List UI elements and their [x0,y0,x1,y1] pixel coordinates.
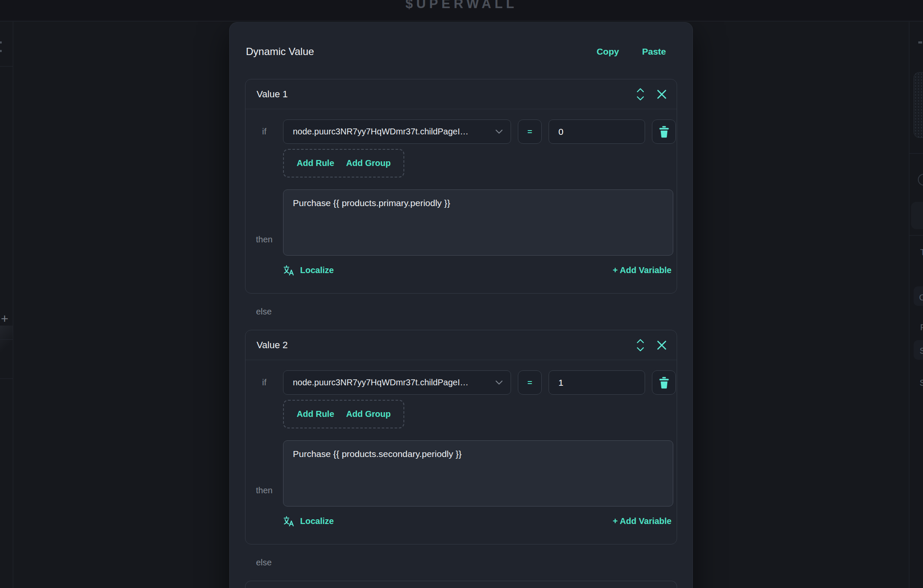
add-rule-button[interactable]: Add Rule [297,409,334,419]
delete-rule-trash-icon[interactable] [652,119,676,144]
superwall-logo: $UPERWALL [0,0,923,12]
else-label: else [245,294,283,330]
value-2-controls [636,338,667,352]
else-separator: else [245,294,677,330]
add-layer-plus-icon[interactable]: + [1,312,9,325]
else-label: else [245,544,283,581]
panel-label-fragment: S [920,346,923,356]
panel-label-fragment: C [919,292,923,303]
panel-fragment [911,202,923,229]
top-bar: $UPERWALL [0,0,923,21]
spacer [245,395,283,428]
then-value-textarea[interactable]: Purchase {{ products.secondary.periodly … [283,440,673,506]
modal-title: Dynamic Value [246,46,314,58]
delete-rule-trash-icon[interactable] [652,370,676,395]
paste-button[interactable]: Paste [642,46,666,58]
spacer [404,144,677,178]
panel-label-fragment: S [920,378,923,388]
chevron-down-icon [495,129,503,134]
condition-value-input[interactable] [549,370,645,395]
value-3-card-partial [245,581,677,588]
value-1-title: Value 1 [257,89,288,100]
add-variable-button[interactable]: + Add Variable [613,515,672,527]
localize-row: Localize + Add Variable [245,515,677,527]
operator-button[interactable]: = [518,119,542,144]
value-1-body: if node.puurc3NR7yy7HqWDmr37t.childPageI… [245,109,677,293]
localize-label: Localize [300,515,334,527]
add-rule-group-box: Add Rule Add Group [283,400,404,428]
translate-icon [283,265,295,276]
localize-row: Localize + Add Variable [245,264,677,276]
then-label: then [245,189,283,256]
then-label: then [245,440,283,506]
divider [909,153,923,154]
modal-header: Dynamic Value Copy Paste [245,23,677,58]
divider [0,378,13,379]
thumbnail-fragment [0,326,13,356]
if-label: if [245,370,283,395]
condition-row: if node.puurc3NR7yy7HqWDmr37t.childPageI… [245,119,677,144]
reorder-chevron-up-down-icon[interactable] [636,87,645,101]
close-x-icon[interactable] [656,89,667,100]
dropzone-fragment [914,72,923,138]
localize-button[interactable]: Localize [283,515,334,527]
value-1-card: Value 1 if node.puurc3NR7yy7HqWDmr37t.ch… [245,79,677,294]
value-2-card: Value 2 if node.puurc3NR7yy7HqWDmr37t.ch… [245,330,677,544]
then-row: then Purchase {{ products.secondary.peri… [245,440,677,506]
value-1-controls [636,87,667,101]
panel-text-fragment [918,41,922,44]
value-1-header: Value 1 [245,79,677,109]
value-2-body: if node.puurc3NR7yy7HqWDmr37t.childPageI… [245,360,677,544]
condition-controls: node.puurc3NR7yy7HqWDmr37t.childPageI… = [283,370,677,395]
value-2-header: Value 2 [245,330,677,360]
add-rule-group-box: Add Rule Add Group [283,149,404,178]
condition-field-select[interactable]: node.puurc3NR7yy7HqWDmr37t.childPageI… [283,119,511,144]
close-x-icon[interactable] [656,340,667,351]
chevron-down-icon [495,380,503,385]
panel-label-fragment: T [920,247,923,257]
reorder-chevron-up-down-icon[interactable] [636,338,645,352]
divider [0,339,13,340]
rail-icon-fragment [0,41,2,44]
then-value-textarea[interactable]: Purchase {{ products.primary.periodly }} [283,189,673,256]
translate-icon [283,515,295,527]
circle-control-fragment [918,174,923,186]
divider [909,235,923,236]
add-variable-button[interactable]: + Add Variable [613,264,672,276]
condition-controls: node.puurc3NR7yy7HqWDmr37t.childPageI… = [283,119,677,144]
condition-value-input[interactable] [549,119,645,144]
if-label: if [245,119,283,144]
panel-label-fragment: F [920,322,923,332]
modal-actions: Copy Paste [596,46,676,58]
copy-button[interactable]: Copy [596,46,619,58]
value-2-title: Value 2 [257,340,288,351]
condition-field-value: node.puurc3NR7yy7HqWDmr37t.childPageI… [293,127,495,137]
add-rule-row: Add Rule Add Group [245,144,677,178]
dynamic-value-modal: Dynamic Value Copy Paste Value 1 if [229,22,693,588]
condition-field-select[interactable]: node.puurc3NR7yy7HqWDmr37t.childPageI… [283,370,511,395]
condition-row: if node.puurc3NR7yy7HqWDmr37t.childPageI… [245,370,677,395]
add-rule-row: Add Rule Add Group [245,395,677,428]
add-group-button[interactable]: Add Group [346,409,391,419]
condition-field-value: node.puurc3NR7yy7HqWDmr37t.childPageI… [293,378,495,387]
left-rail: + [0,22,13,588]
operator-button[interactable]: = [518,370,542,395]
spacer [404,395,677,428]
add-group-button[interactable]: Add Group [346,158,391,168]
then-row: then Purchase {{ products.primary.period… [245,189,677,256]
add-rule-button[interactable]: Add Rule [297,158,334,168]
spacer [245,144,283,178]
divider [0,66,13,67]
right-rail: T C F S S I [909,22,923,588]
localize-label: Localize [300,264,334,276]
rail-icon-fragment [0,50,2,52]
else-separator: else [245,544,677,581]
localize-button[interactable]: Localize [283,264,334,276]
